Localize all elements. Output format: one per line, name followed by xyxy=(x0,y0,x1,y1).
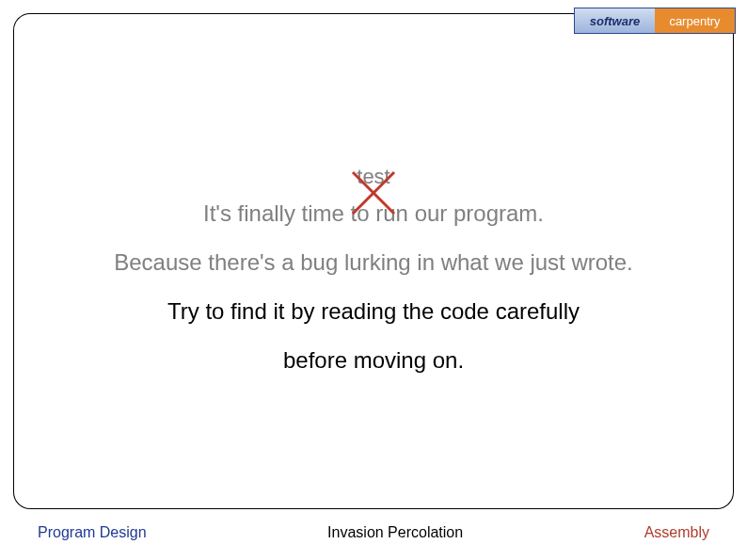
slide-border-br xyxy=(649,424,734,509)
logo-left: software xyxy=(575,8,655,33)
crossed-out-word: run xyxy=(375,200,408,226)
body-line-3: Try to find it by reading the code caref… xyxy=(0,298,747,325)
body-line-4: before moving on. xyxy=(0,347,747,374)
slide-border-bottom xyxy=(94,508,653,509)
slide-border-tl xyxy=(13,13,98,98)
slide-border-bl xyxy=(13,424,98,509)
footer-right: Assembly xyxy=(644,524,709,541)
slide-border-top xyxy=(94,13,653,14)
line1-prefix: It's finally time to xyxy=(203,200,375,226)
slide: software carpentry test It's finally tim… xyxy=(0,0,747,560)
body-line-1: It's finally time to run our program. xyxy=(0,200,747,227)
logo: software carpentry xyxy=(574,8,736,34)
line1-suffix: our program. xyxy=(408,200,544,226)
body-line-2: Because there's a bug lurking in what we… xyxy=(0,249,747,276)
slide-content: test It's finally time to run our progra… xyxy=(0,165,747,374)
logo-right: carpentry xyxy=(655,8,735,33)
footer-center: Invasion Percolation xyxy=(327,524,463,541)
test-label: test xyxy=(0,165,747,189)
footer-left: Program Design xyxy=(38,524,147,541)
footer: Program Design Invasion Percolation Asse… xyxy=(0,524,747,541)
